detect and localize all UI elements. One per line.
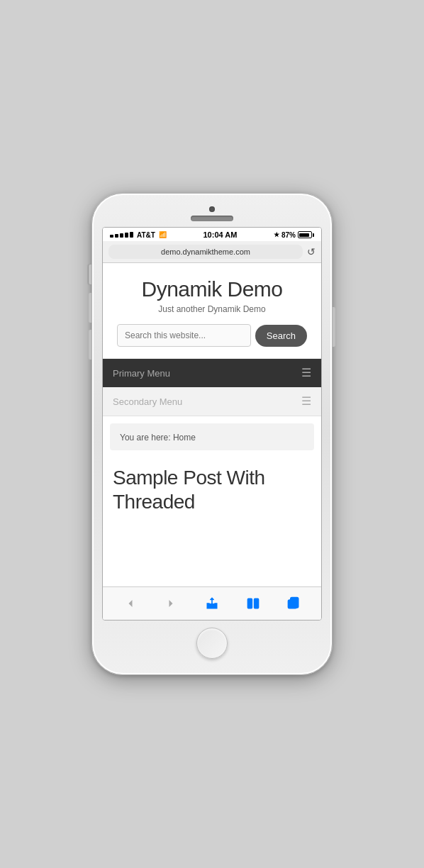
signal-dot-2 xyxy=(115,234,118,238)
carrier-label: AT&T xyxy=(137,231,155,239)
search-bar: Search xyxy=(114,324,310,347)
site-header: Dynamik Demo Just another Dynamik Demo S… xyxy=(103,263,321,359)
forward-button[interactable] xyxy=(158,593,184,614)
breadcrumb-text: You are here: Home xyxy=(120,433,196,443)
primary-hamburger-icon[interactable]: ☰ xyxy=(301,367,311,379)
signal-dot-4 xyxy=(125,233,128,238)
clock: 10:04 AM xyxy=(203,230,238,239)
back-icon xyxy=(123,596,138,611)
status-bar: AT&T 📶 10:04 AM ★ 87% xyxy=(103,228,321,241)
phone-top xyxy=(99,204,325,227)
tabs-button[interactable] xyxy=(281,593,306,614)
forward-icon xyxy=(164,596,178,611)
reader-button[interactable] xyxy=(240,593,266,614)
phone-bottom xyxy=(196,621,228,662)
signal-dot-5 xyxy=(130,232,133,238)
power-button[interactable] xyxy=(333,307,335,347)
search-input[interactable] xyxy=(117,324,251,347)
signal-dot-1 xyxy=(110,235,113,238)
url-bar[interactable]: demo.dynamiktheme.com ↺ xyxy=(103,241,321,263)
search-button[interactable]: Search xyxy=(255,325,307,347)
bluetooth-icon: ★ xyxy=(274,231,279,238)
primary-menu-label: Primary Menu xyxy=(113,368,170,379)
reload-button[interactable]: ↺ xyxy=(307,246,316,257)
post-title-area: Sample Post With Threaded xyxy=(103,457,321,521)
phone-shell: AT&T 📶 10:04 AM ★ 87% demo.dynamiktheme.… xyxy=(91,193,333,675)
volume-down-button[interactable] xyxy=(89,330,91,360)
share-icon xyxy=(205,596,219,611)
volume-up-button[interactable] xyxy=(89,293,91,323)
site-tagline: Just another Dynamik Demo xyxy=(114,304,310,314)
reader-icon xyxy=(246,596,260,611)
safari-toolbar xyxy=(103,586,321,620)
signal-dot-3 xyxy=(120,233,123,238)
status-left: AT&T 📶 xyxy=(110,231,167,239)
url-field[interactable]: demo.dynamiktheme.com xyxy=(108,245,303,259)
front-camera xyxy=(209,206,215,212)
battery-percent: 87% xyxy=(281,231,296,239)
mute-button[interactable] xyxy=(89,265,91,284)
primary-menu[interactable]: Primary Menu ☰ xyxy=(103,359,321,387)
tabs-icon xyxy=(286,596,301,611)
secondary-menu[interactable]: Secondary Menu ☰ xyxy=(103,387,321,416)
wifi-icon: 📶 xyxy=(159,231,167,238)
back-button[interactable] xyxy=(118,593,143,614)
svg-rect-0 xyxy=(247,599,252,608)
home-button[interactable] xyxy=(196,628,228,659)
post-title: Sample Post With Threaded xyxy=(113,466,311,513)
site-title: Dynamik Demo xyxy=(114,277,310,301)
signal-strength xyxy=(110,232,133,238)
status-right: ★ 87% xyxy=(274,231,314,239)
secondary-hamburger-icon[interactable]: ☰ xyxy=(301,396,311,407)
share-button[interactable] xyxy=(199,593,225,614)
web-content: Dynamik Demo Just another Dynamik Demo S… xyxy=(103,263,321,586)
earpiece-speaker xyxy=(191,216,233,221)
svg-rect-1 xyxy=(254,599,258,608)
secondary-menu-label: Secondary Menu xyxy=(113,396,182,407)
breadcrumb: You are here: Home xyxy=(110,423,314,450)
phone-screen: AT&T 📶 10:04 AM ★ 87% demo.dynamiktheme.… xyxy=(102,227,322,621)
battery-icon xyxy=(298,231,314,238)
